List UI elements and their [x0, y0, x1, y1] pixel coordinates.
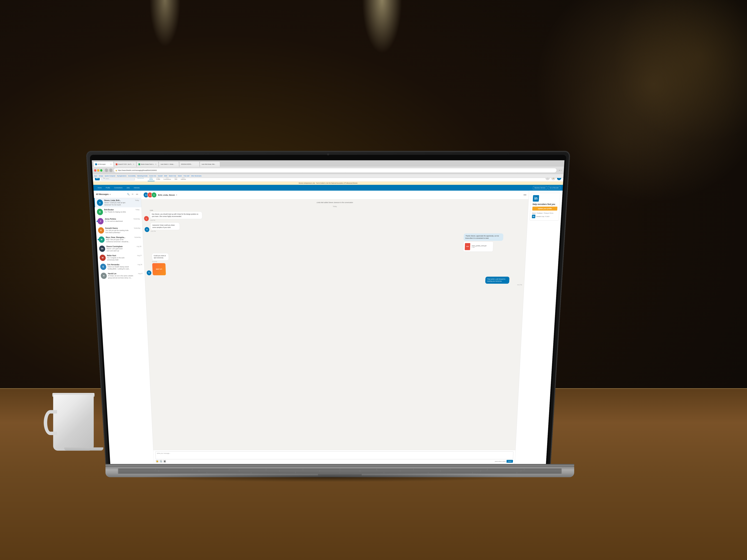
msg-avatar-eric: E	[100, 264, 106, 270]
msg-content-mays: Mays, Omar, Shengsha... Yesterday Mays: …	[106, 236, 141, 243]
bg-light-center	[359, 0, 406, 62]
bookmark-dandelf[interactable]: Dandelf	[158, 175, 162, 177]
msg-item-sharon[interactable]: Sh Sharon Cunningham Aug 28 Sharon: Let'…	[97, 244, 144, 253]
msg-preview-0b: tomorrow? It's SO much!	[104, 204, 139, 206]
browser-tab-active[interactable]: All Messages ✕	[93, 162, 114, 167]
subnav-jobs[interactable]: Jobs	[125, 185, 132, 191]
bookmark-myapps[interactable]: My Applications	[117, 175, 127, 177]
msg-item-walter[interactable]: W Walter Hunt Aug 27 You: Congrats on th…	[98, 253, 144, 262]
browser-tab-5[interactable]: DESIGNLOVEFES...	[179, 162, 200, 167]
footer-privacy[interactable]: Privacy & Terms	[544, 212, 553, 214]
key	[199, 471, 239, 472]
bookmark-freestuff[interactable]: Free stuff	[184, 175, 189, 177]
tab-close-2[interactable]: ✕	[133, 163, 134, 165]
image-icon[interactable]: 🖼	[163, 460, 166, 463]
close-window-btn[interactable]	[94, 169, 96, 171]
tab-close-3[interactable]: ✕	[155, 163, 157, 165]
bookmark-quartz[interactable]: Quartz Composer	[105, 175, 115, 177]
avatar-walter: W	[100, 255, 106, 261]
mug-handle	[44, 410, 57, 435]
subnav-profile[interactable]: Profile	[104, 185, 112, 191]
msg-item-kenneth[interactable]: K Kenneth Owens Yesterday You: Did you g…	[96, 226, 143, 235]
msg-names-mays: Mays, Omar, Shengsha...	[106, 236, 126, 238]
bookmark-apps[interactable]: Apps	[94, 175, 97, 177]
key	[481, 471, 521, 472]
reader-icon[interactable]: ≡	[559, 169, 560, 171]
browser-tab-2[interactable]: Desopt SF 2015 - San Fr... ✕	[114, 162, 136, 167]
update-profile-button[interactable]: Update your profile	[532, 207, 558, 211]
msg-bubble-steven-2: Could you meet at 4pm tomorrow.	[152, 253, 169, 261]
subnav-home[interactable]: Home	[96, 185, 104, 191]
key-row-2	[119, 471, 561, 472]
bookmark-bam[interactable]: BAM	[164, 175, 167, 177]
bookmark-otherbookmarks[interactable]: Other Bookmarks	[191, 175, 202, 177]
message-input-box[interactable]: Write your message...	[155, 451, 513, 459]
messages-more-icon[interactable]: •••	[135, 192, 139, 196]
linkedin-subnav: Home Profile Connections Jobs Interests …	[93, 185, 563, 191]
browser-tab-6[interactable]: Learn Web Design, Web...	[200, 162, 220, 167]
msg-names-walter: Walter Hunt	[107, 255, 116, 257]
msg-item-mays[interactable]: M Mays, Omar, Shengsha... Yesterday Mays…	[96, 235, 143, 244]
bookmark-screeninto[interactable]: Screen Into	[149, 175, 156, 177]
subnav-interests[interactable]: Interests	[132, 185, 141, 191]
conversation-more-btn[interactable]: •••	[523, 193, 526, 196]
nav-connections-label: Connections	[163, 179, 171, 180]
msg-preview-jenny: 📎 You sent an attachment	[105, 220, 140, 222]
bookmark-sketchclub[interactable]: Sketch Club	[169, 175, 176, 177]
forward-button[interactable]: ›	[109, 168, 113, 172]
bookmark-accessibility[interactable]: Accessibility	[128, 175, 136, 177]
key	[159, 471, 199, 472]
tab-label-active: All Messages	[98, 163, 106, 165]
pdf-size: 2 MB	[471, 246, 486, 248]
address-bar[interactable]: 🔒 https://www.linkedin.com/messaging/thr…	[113, 168, 557, 173]
avatar-harold: H	[101, 273, 107, 279]
msg-item-eric[interactable]: E Eric Hernandez Aug 26 Check out Stealt…	[98, 262, 145, 271]
emoji-icon[interactable]: 😊	[156, 460, 159, 463]
bookmark-sketch[interactable]: Sketch	[178, 175, 182, 177]
footer-feedback[interactable]: Feedback	[537, 212, 543, 214]
msg-item-jenny[interactable]: J Jenny Perkins Yesterday 📎 You sent an …	[95, 217, 142, 226]
send-button[interactable]: Send	[506, 460, 513, 463]
laptop-screen: All Messages ✕ Desopt SF 2015 - San Fr..…	[92, 160, 564, 464]
back-button[interactable]: ‹	[105, 168, 108, 172]
msg-time-britt: Today	[135, 209, 139, 211]
msg-name-group: Steven, Linda, Britt... Today	[104, 199, 139, 202]
minimize-window-btn[interactable]	[97, 169, 99, 171]
msg-content-jenny: Jenny Perkins Yesterday 📎 You sent an at…	[105, 218, 140, 224]
bookmark-design[interactable]: Design	[99, 175, 103, 177]
messages-compose-icon[interactable]: ✏	[131, 192, 134, 196]
attachment-icon[interactable]: 📎	[159, 460, 162, 463]
bookmark-marketing[interactable]: Marketing Emails	[137, 175, 148, 177]
msg-item-harold[interactable]: H Harold Lee Aug 27 Hi Vivian, we are in…	[99, 271, 145, 280]
share-icon[interactable]: ↑	[558, 169, 559, 171]
send-label-text: press enter to send	[495, 461, 506, 462]
laptop-screen-wrapper: All Messages ✕ Desopt SF 2015 - San Fr..…	[105, 175, 551, 477]
subnav-connections[interactable]: Connections	[112, 185, 124, 191]
key	[450, 469, 487, 470]
unread-dot-mays	[98, 239, 99, 240]
msg-time-linda: 3:00 PM	[150, 219, 231, 221]
subnav-recruiter[interactable]: Go to Recruiter	[548, 186, 560, 189]
key	[488, 469, 524, 470]
recruiter-card-logo: in	[533, 195, 539, 202]
browser-tab-3[interactable]: Modern Design Tools: A... ✕	[136, 162, 159, 167]
msg-bubble-final-wrapper: That works! Look forward to meeting you …	[485, 276, 522, 286]
msg-time-eric: Aug 26	[137, 264, 142, 266]
messages-header: All Messages ▾ 🔍 ✏ •••	[94, 191, 141, 198]
tab-close-btn[interactable]: ✕	[110, 163, 112, 165]
maximize-window-btn[interactable]	[100, 169, 103, 171]
laptop: All Messages ✕ Desopt SF 2015 - San Fr..…	[86, 175, 570, 477]
bookmark-icon[interactable]: ☆	[561, 169, 562, 171]
conversation-name: Britt, Linda, Steven	[158, 194, 175, 196]
messages-search-icon[interactable]: 🔍	[127, 192, 130, 196]
subnav-business-services[interactable]: Business Services	[533, 186, 547, 189]
msg-item-britt[interactable]: B Britt Booker Today You: Thanks for hel…	[95, 207, 142, 217]
browser-tab-4[interactable]: Learn Sketch 3 - Design...	[159, 162, 179, 167]
tab-label-6: Learn Web Design, Web...	[202, 163, 218, 165]
msg-item-steven-linda-britt[interactable]: S Steven, Linda, Britt... Today Steven: …	[94, 198, 141, 207]
footer-about[interactable]: About	[532, 212, 536, 214]
key	[517, 472, 561, 473]
avatar-eric: E	[100, 264, 106, 270]
conversation-avatars: B L S	[143, 192, 157, 198]
laptop-camera	[327, 153, 329, 155]
